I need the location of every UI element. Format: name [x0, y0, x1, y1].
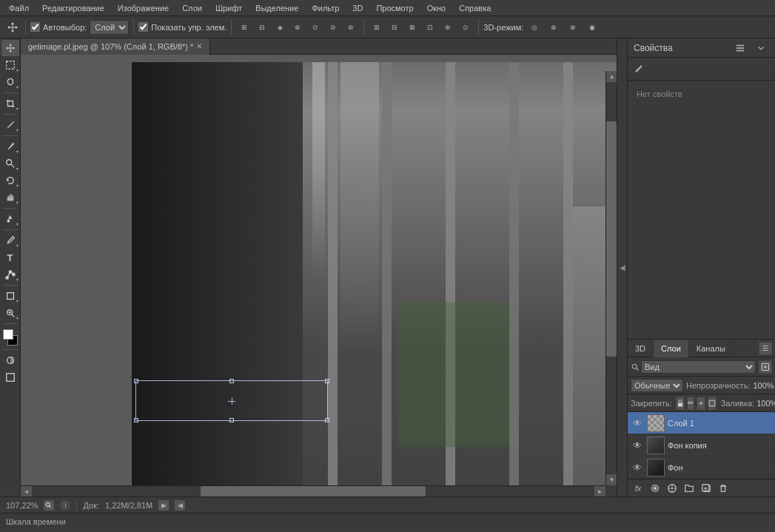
- menu-3d[interactable]: 3D: [346, 2, 369, 14]
- canvas-area: getimage.pl.jpeg @ 107% (Слой 1, RGB/8*)…: [21, 38, 617, 496]
- statusbar-info-btn[interactable]: i: [60, 500, 70, 511]
- properties-wrench-icon[interactable]: [631, 61, 647, 77]
- v-scroll-thumb[interactable]: [606, 121, 617, 357]
- layer-group-btn[interactable]: [682, 481, 697, 496]
- menu-help[interactable]: Справка: [453, 2, 497, 14]
- tool-sep-4: [3, 208, 18, 209]
- menu-layers[interactable]: Слои: [176, 2, 208, 14]
- menu-window[interactable]: Окно: [421, 2, 452, 14]
- v-scroll-track[interactable]: [606, 82, 617, 474]
- h-scroll-right-btn[interactable]: ►: [594, 486, 605, 497]
- transform-btn-2[interactable]: ⊟: [254, 19, 270, 36]
- layer-item-0[interactable]: 👁 Слой 1: [628, 412, 775, 434]
- layers-view-select[interactable]: Вид: [641, 360, 756, 374]
- v-scroll-down-btn[interactable]: ▼: [606, 474, 617, 485]
- autofill-checkbox[interactable]: [30, 22, 40, 32]
- statusbar-play-btn[interactable]: ◀: [175, 500, 185, 511]
- tab-layers[interactable]: Слои: [654, 340, 689, 357]
- shape-tool[interactable]: ▾: [1, 288, 19, 304]
- h-scroll-left-btn[interactable]: ◄: [21, 486, 32, 497]
- transform-btn-1[interactable]: ⊞: [236, 19, 252, 36]
- layer-adj-btn[interactable]: [665, 481, 680, 496]
- fg-color-swatch[interactable]: [3, 329, 13, 340]
- transform-btn-6[interactable]: ⊘: [325, 19, 341, 36]
- menu-select[interactable]: Выделение: [249, 2, 304, 14]
- 3d-btn-1[interactable]: ◎: [526, 19, 543, 36]
- tool-sep-3: [3, 135, 18, 136]
- type-tool[interactable]: T: [1, 249, 19, 266]
- show-controls-checkbox[interactable]: [138, 22, 148, 32]
- svg-rect-18: [709, 400, 715, 406]
- align-btn-4[interactable]: ⊡: [422, 19, 438, 36]
- menu-view[interactable]: Просмотр: [370, 2, 419, 14]
- align-btn-5[interactable]: ⊕: [440, 19, 456, 36]
- zoom-tool[interactable]: ▾: [1, 305, 19, 321]
- layer-mask-btn[interactable]: [648, 481, 662, 496]
- move-tool-btn[interactable]: [4, 19, 21, 36]
- align-btn-6[interactable]: ⊙: [457, 19, 474, 36]
- tab-3d[interactable]: 3D: [628, 340, 654, 357]
- transform-btn-7[interactable]: ⊛: [343, 19, 359, 36]
- 3d-btn-2[interactable]: ⊕: [546, 19, 562, 36]
- canvas-close-btn[interactable]: ✕: [196, 42, 202, 50]
- layers-add-btn[interactable]: [759, 360, 772, 374]
- eraser-tool[interactable]: ▾: [1, 189, 19, 206]
- canvas-tab-main[interactable]: getimage.pl.jpeg @ 107% (Слой 1, RGB/8*)…: [21, 38, 210, 55]
- properties-icon-2[interactable]: [753, 40, 769, 56]
- brush-tool[interactable]: ▾: [1, 138, 19, 155]
- menu-edit[interactable]: Редактирование: [36, 2, 110, 14]
- layers-panel: 3D Слои Каналы ☰ Вид: [628, 339, 775, 496]
- screen-mode-btn[interactable]: [1, 369, 19, 385]
- paint-bucket-tool[interactable]: ▾: [1, 211, 19, 227]
- path-tool[interactable]: ▾: [1, 266, 19, 283]
- svg-point-5: [12, 273, 15, 276]
- autofill-select[interactable]: Слой: [90, 20, 129, 35]
- canvas-content[interactable]: ▲ ▼ ◄ ►: [21, 55, 617, 496]
- layer-eye-2[interactable]: 👁: [631, 461, 644, 474]
- quick-mask-btn[interactable]: [1, 352, 19, 368]
- lock-all-btn[interactable]: [697, 397, 705, 410]
- layer-item-1[interactable]: 👁 Фон копия: [628, 434, 775, 457]
- layer-new-btn[interactable]: [699, 481, 714, 496]
- select-tool[interactable]: ▾: [1, 57, 19, 73]
- 3d-btn-4[interactable]: ◉: [584, 19, 600, 36]
- menu-image[interactable]: Изображение: [112, 2, 175, 14]
- pen-tool[interactable]: ▾: [1, 232, 19, 249]
- lock-artboard-btn[interactable]: [708, 397, 717, 410]
- layers-menu-btn[interactable]: ☰: [759, 342, 772, 355]
- align-btn-2[interactable]: ⊟: [386, 19, 403, 36]
- move-tool[interactable]: [1, 40, 19, 56]
- clone-tool[interactable]: ▾: [1, 155, 19, 172]
- properties-icon-1[interactable]: [732, 40, 748, 56]
- layer-eye-1[interactable]: 👁: [631, 439, 644, 452]
- no-properties-text: Нет свойств: [634, 87, 769, 101]
- blend-mode-select[interactable]: Обычные: [631, 379, 683, 392]
- 3d-btn-3[interactable]: ⊗: [565, 19, 581, 36]
- eyedropper-tool[interactable]: ▾: [1, 117, 19, 133]
- statusbar-zoom-btn[interactable]: [44, 500, 54, 511]
- h-scroll-thumb[interactable]: [201, 486, 426, 497]
- menu-file[interactable]: Файл: [3, 2, 35, 14]
- crop-tool[interactable]: ▾: [1, 95, 19, 112]
- svg-rect-17: [678, 403, 682, 406]
- lock-pixels-btn[interactable]: [676, 397, 685, 410]
- panel-collapse-btn[interactable]: ◀: [617, 38, 627, 496]
- menu-font[interactable]: Шрифт: [209, 2, 248, 14]
- align-btn-3[interactable]: ⊠: [404, 19, 420, 36]
- menu-filter[interactable]: Фильтр: [306, 2, 345, 14]
- statusbar-arrow-btn[interactable]: ▶: [158, 500, 169, 511]
- lasso-tool[interactable]: ▾: [1, 74, 19, 90]
- transform-btn-5[interactable]: ⊙: [307, 19, 323, 36]
- layer-eye-0[interactable]: 👁: [631, 417, 644, 430]
- layer-item-2[interactable]: 👁 Фон: [628, 457, 775, 479]
- h-scroll-track[interactable]: [32, 486, 594, 497]
- history-tool[interactable]: ▾: [1, 172, 19, 189]
- layer-delete-btn[interactable]: [716, 481, 731, 496]
- tab-channels[interactable]: Каналы: [689, 340, 734, 357]
- v-scroll-up-btn[interactable]: ▲: [606, 71, 617, 82]
- transform-btn-3[interactable]: ◈: [272, 19, 288, 36]
- align-btn-1[interactable]: ⊞: [369, 19, 385, 36]
- lock-move-btn[interactable]: ✏: [687, 397, 694, 410]
- transform-btn-4[interactable]: ⊕: [289, 19, 306, 36]
- layer-fx-btn[interactable]: fx: [631, 481, 645, 496]
